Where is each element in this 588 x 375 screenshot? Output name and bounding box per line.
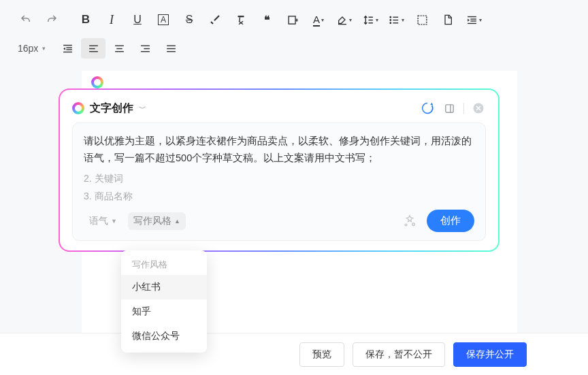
toolbar-row-2: 16px ▾ <box>14 34 574 63</box>
refresh-icon[interactable] <box>420 101 435 116</box>
editor-toolbar: B I U A S ❝ A▾ ▾ ▾ ▾ ▾ <box>0 0 588 63</box>
style-dropdown-header: 写作风格 <box>121 255 207 275</box>
svg-point-6 <box>390 16 391 17</box>
undo-button[interactable] <box>14 10 38 30</box>
style-selector-label: 写作风格 <box>133 215 172 227</box>
divider <box>463 103 464 114</box>
bottom-action-bar: 预览 保存，暂不公开 保存并公开 <box>0 333 588 375</box>
svg-rect-30 <box>445 104 453 112</box>
clear-format-button[interactable] <box>229 10 253 30</box>
close-icon[interactable] <box>471 101 486 116</box>
insert-button[interactable] <box>280 10 305 30</box>
svg-rect-9 <box>418 16 427 25</box>
ai-panel-body: 请以优雅为主题，以紧身连衣裙作为商品卖点，以柔软、修身为创作关键词，用活泼的语气… <box>72 123 486 241</box>
italic-button[interactable]: I <box>99 10 124 30</box>
svg-point-8 <box>390 22 391 23</box>
preview-button[interactable]: 预览 <box>299 342 344 367</box>
highlight-button[interactable] <box>203 10 227 30</box>
tone-selector[interactable]: 语气 ▼ <box>84 212 122 230</box>
magic-icon[interactable] <box>402 214 417 229</box>
align-right-button[interactable] <box>133 38 157 59</box>
svg-point-33 <box>412 223 415 226</box>
publish-button[interactable]: 保存并公开 <box>453 342 527 367</box>
font-size-value: 16px <box>18 43 38 54</box>
product-name-field-placeholder[interactable]: 3. 商品名称 <box>84 191 474 203</box>
ai-panel-header: 文字创作 ﹀ <box>72 101 486 116</box>
ai-logo-icon <box>72 102 84 114</box>
align-left-button[interactable] <box>81 38 105 59</box>
line-height-button[interactable]: ▾ <box>358 10 382 30</box>
redo-button[interactable] <box>39 10 64 30</box>
prompt-textarea[interactable]: 请以优雅为主题，以紧身连衣裙作为商品卖点，以柔软、修身为创作关键词，用活泼的语气… <box>84 133 474 166</box>
expand-icon[interactable] <box>442 101 457 116</box>
font-size-selector[interactable]: 16px ▾ <box>14 41 50 56</box>
svg-point-7 <box>390 19 391 20</box>
svg-rect-2 <box>289 16 295 23</box>
underline-button[interactable]: U <box>125 10 150 30</box>
chevron-down-icon: ▼ <box>111 218 117 225</box>
text-border-button[interactable]: A <box>151 10 176 30</box>
style-option-zhihu[interactable]: 知乎 <box>121 299 207 324</box>
style-option-wechat[interactable]: 微信公众号 <box>121 324 207 348</box>
bg-color-button[interactable]: ▾ <box>332 10 357 30</box>
outdent-button[interactable] <box>55 38 80 59</box>
save-draft-button[interactable]: 保存，暂不公开 <box>353 342 445 367</box>
style-option-xiaohongshu[interactable]: 小红书 <box>121 275 207 299</box>
chevron-down-icon: ▾ <box>42 45 46 52</box>
indent-button[interactable]: ▾ <box>461 10 486 30</box>
ordered-list-button[interactable]: ▾ <box>384 10 408 30</box>
keyword-field-placeholder[interactable]: 2. 关键词 <box>84 173 474 185</box>
svg-point-34 <box>405 224 407 226</box>
chevron-up-icon: ▲ <box>174 218 180 225</box>
bold-button[interactable]: B <box>74 10 98 30</box>
align-justify-button[interactable] <box>159 38 183 59</box>
style-selector[interactable]: 写作风格 ▲ <box>128 212 186 230</box>
toolbar-row-1: B I U A S ❝ A▾ ▾ ▾ ▾ ▾ <box>14 5 574 34</box>
page-button[interactable] <box>436 10 460 30</box>
create-button[interactable]: 创作 <box>427 210 474 232</box>
chevron-down-icon[interactable]: ﹀ <box>139 103 146 114</box>
ai-panel-footer: 语气 ▼ 写作风格 ▲ 创作 <box>84 210 474 232</box>
ai-panel: 文字创作 ﹀ 请以优雅为主题，以紧身连衣裙作为商品卖点，以柔软、修身为创作关键词… <box>59 88 500 252</box>
font-color-button[interactable]: A▾ <box>306 10 331 30</box>
align-center-button[interactable] <box>107 38 131 59</box>
quote-button[interactable]: ❝ <box>255 10 279 30</box>
select-all-button[interactable] <box>410 10 434 30</box>
ai-panel-title: 文字创作 <box>90 101 133 116</box>
tone-selector-label: 语气 <box>89 215 108 227</box>
strikethrough-button[interactable]: S <box>177 10 201 30</box>
style-dropdown: 写作风格 小红书 知乎 微信公众号 <box>121 250 207 353</box>
